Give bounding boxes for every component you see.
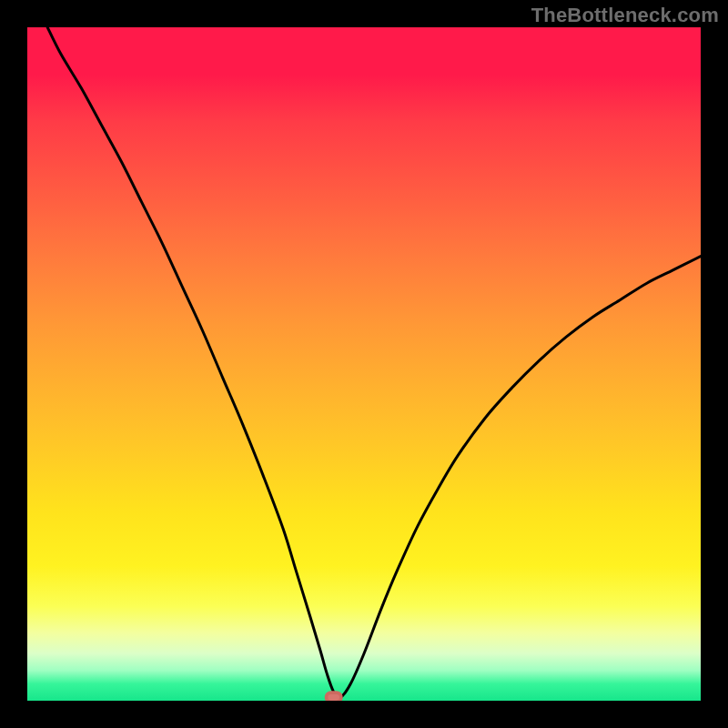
curve-svg (27, 27, 701, 701)
bottleneck-curve (47, 27, 701, 698)
chart-frame: TheBottleneck.com (0, 0, 728, 728)
watermark-text: TheBottleneck.com (531, 4, 719, 27)
minimum-marker (327, 693, 341, 701)
plot-area (27, 27, 701, 701)
